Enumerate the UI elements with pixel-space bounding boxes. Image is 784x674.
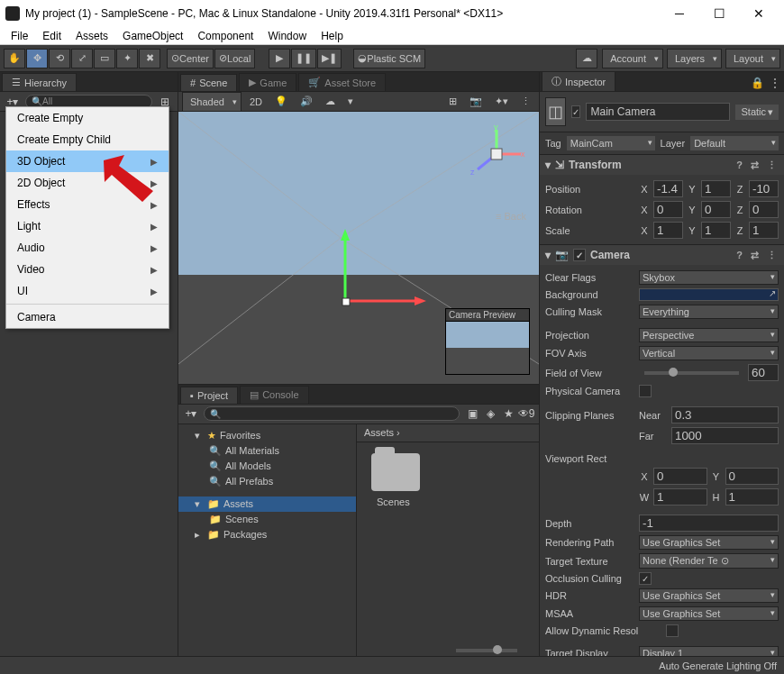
layer-dropdown[interactable]: Default (690, 136, 779, 150)
tree-assets[interactable]: ▾📁 Assets (178, 496, 356, 512)
preset-icon[interactable]: ⇄ (749, 250, 761, 261)
pivot-local-button[interactable]: ⊘Local (214, 49, 255, 68)
menu-assets[interactable]: Assets (68, 28, 115, 44)
near-clip-input[interactable] (671, 406, 779, 424)
rotation-y-input[interactable] (701, 201, 731, 218)
target-texture-field[interactable]: None (Render Te ⊙ (639, 553, 779, 569)
tab-hierarchy[interactable]: ☰Hierarchy (2, 73, 77, 91)
move-gizmo-icon[interactable] (332, 224, 440, 323)
tag-dropdown[interactable]: MainCam (567, 136, 655, 150)
tab-project[interactable]: ▪Project (180, 387, 238, 404)
scene-menu-icon[interactable]: ⋮ (516, 94, 535, 109)
fov-slider[interactable] (644, 371, 739, 375)
play-button[interactable]: ▶ (269, 49, 290, 68)
viewport-x-input[interactable] (653, 468, 707, 485)
background-color-swatch[interactable] (639, 288, 779, 301)
shading-mode-dropdown[interactable]: Shaded (182, 92, 242, 112)
project-content[interactable]: Assets › Scenes (357, 424, 539, 657)
inspector-lock-icon[interactable]: 🔒 (748, 75, 766, 91)
fx-toggle-icon[interactable]: ☁ (321, 94, 340, 109)
project-filter-label-icon[interactable]: ◈ (481, 405, 499, 422)
rendering-path-dropdown[interactable]: Use Graphics Set (639, 535, 779, 550)
context-menu-item[interactable]: Create Empty Child (6, 129, 169, 150)
tree-all-materials[interactable]: 🔍 All Materials (178, 443, 356, 459)
gizmo-toggle-icon[interactable]: ⊞ (444, 94, 461, 109)
scene-viewport[interactable]: y x z ≡ Back Camera Preview (178, 112, 539, 385)
position-z-input[interactable] (749, 180, 779, 197)
lighting-toggle-icon[interactable]: 💡 (270, 94, 292, 109)
close-button[interactable]: ✕ (739, 1, 779, 26)
component-menu-icon[interactable]: ⋮ (765, 159, 779, 171)
context-menu-item[interactable]: Camera (6, 306, 169, 328)
context-menu-item[interactable]: Video▶ (6, 259, 169, 280)
project-create-button[interactable]: +▾ (182, 405, 200, 422)
viewport-y-input[interactable] (725, 468, 779, 485)
scale-y-input[interactable] (701, 222, 731, 239)
context-menu-item[interactable]: Create Empty (6, 107, 169, 129)
context-menu-item[interactable]: Audio▶ (6, 237, 169, 259)
menu-gameobject[interactable]: GameObject (115, 28, 190, 44)
hand-tool-button[interactable]: ✋ (4, 49, 25, 68)
account-dropdown[interactable]: Account (602, 49, 663, 68)
camera-component-header[interactable]: ▾📷 ✓ Camera ? ⇄ ⋮ (540, 245, 784, 265)
pause-button[interactable]: ❚❚ (291, 49, 316, 68)
clear-flags-dropdown[interactable]: Skybox (639, 270, 779, 285)
tab-scene[interactable]: #Scene (180, 74, 237, 91)
tab-game[interactable]: ▶Game (239, 73, 296, 91)
viewport-h-input[interactable] (725, 488, 779, 506)
minimize-button[interactable]: ─ (660, 1, 699, 26)
scale-x-input[interactable] (653, 222, 683, 239)
culling-mask-dropdown[interactable]: Everything (639, 305, 779, 319)
help-icon[interactable]: ? (734, 159, 744, 170)
preset-icon[interactable]: ⇄ (749, 159, 761, 171)
rotate-tool-button[interactable]: ⟲ (49, 49, 70, 68)
step-button[interactable]: ▶❚ (317, 49, 342, 68)
inspector-menu-icon[interactable]: ⋮ (766, 75, 784, 91)
folder-icon[interactable] (371, 453, 420, 491)
camera-enabled-checkbox[interactable]: ✓ (573, 249, 586, 261)
menu-edit[interactable]: Edit (35, 28, 68, 44)
project-favorite-icon[interactable]: ★ (499, 405, 517, 422)
context-menu-item[interactable]: Effects▶ (6, 194, 169, 215)
custom-tool-button[interactable]: ✖ (139, 49, 160, 68)
tree-all-prefabs[interactable]: 🔍 All Prefabs (178, 474, 356, 489)
pivot-center-button[interactable]: ⊙Center (167, 49, 214, 68)
context-menu-item[interactable]: Light▶ (6, 215, 169, 237)
msaa-dropdown[interactable]: Use Graphics Set (639, 606, 779, 621)
plastic-scm-button[interactable]: ◒ Plastic SCM (353, 49, 425, 68)
layout-dropdown[interactable]: Layout (725, 49, 780, 68)
scale-tool-button[interactable]: ⤢ (71, 49, 93, 68)
move-tool-button[interactable]: ✥ (26, 49, 48, 68)
projection-dropdown[interactable]: Perspective (639, 328, 779, 342)
help-icon[interactable]: ? (734, 250, 744, 260)
tree-favorites[interactable]: ▾★Favorites (178, 428, 356, 443)
transform-tool-button[interactable]: ✦ (116, 49, 138, 68)
menu-component[interactable]: Component (190, 28, 260, 44)
context-menu-item[interactable]: 2D Object▶ (6, 172, 169, 194)
viewport-w-input[interactable] (653, 488, 707, 506)
active-checkbox[interactable]: ✓ (571, 105, 580, 118)
tab-asset-store[interactable]: 🛒Asset Store (298, 73, 386, 91)
tab-console[interactable]: ▤Console (240, 386, 308, 404)
rect-tool-button[interactable]: ▭ (94, 49, 115, 68)
position-x-input[interactable] (653, 180, 683, 197)
orientation-gizmo-icon[interactable]: y x z (465, 123, 528, 186)
far-clip-input[interactable] (671, 427, 779, 444)
gizmos-dropdown-icon[interactable]: ✦▾ (490, 94, 513, 109)
project-hidden-icon[interactable]: 👁9 (517, 405, 535, 422)
camera-settings-icon[interactable]: 📷 (465, 94, 487, 109)
scene-visibility-icon[interactable]: ▾ (343, 94, 358, 109)
position-y-input[interactable] (701, 180, 731, 197)
dynamic-resolution-checkbox[interactable] (666, 624, 679, 637)
project-breadcrumb[interactable]: Assets › (357, 424, 539, 442)
scale-z-input[interactable] (749, 222, 779, 239)
static-dropdown[interactable]: Static▾ (735, 105, 779, 120)
occlusion-culling-checkbox[interactable]: ✓ (639, 572, 652, 585)
fov-axis-dropdown[interactable]: Vertical (639, 346, 779, 360)
transform-component-header[interactable]: ▾⇲ Transform ? ⇄ ⋮ (540, 155, 784, 175)
2d-toggle-button[interactable]: 2D (245, 95, 267, 109)
project-filter-type-icon[interactable]: ▣ (463, 405, 481, 422)
fov-input[interactable] (748, 364, 779, 381)
tab-inspector[interactable]: ⓘInspector (542, 72, 615, 91)
context-menu-item[interactable]: 3D Object▶ (6, 150, 169, 172)
